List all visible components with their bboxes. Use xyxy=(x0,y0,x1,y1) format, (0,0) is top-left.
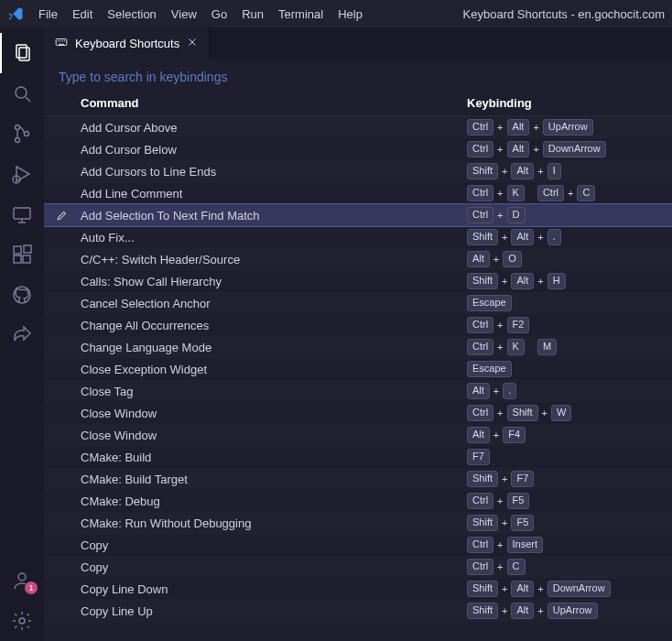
key-cap: Ctrl xyxy=(467,339,493,355)
keybinding-search-row xyxy=(44,60,672,91)
key-cap: . xyxy=(503,383,516,399)
edit-keybinding-icon[interactable] xyxy=(44,209,81,222)
activity-source-control-icon[interactable] xyxy=(0,114,44,154)
key-cap: I xyxy=(547,163,561,179)
key-cap: Escape xyxy=(467,295,512,311)
keybinding-row[interactable]: Calls: Show Call HierarchyShift+Alt+H xyxy=(44,270,672,292)
activity-settings-icon[interactable] xyxy=(0,601,44,641)
activity-extensions-icon[interactable] xyxy=(0,234,44,275)
activity-run-debug-icon[interactable] xyxy=(0,154,44,194)
keybinding-row[interactable]: CMake: Build TargetShift+F7 xyxy=(44,468,672,490)
keybinding-cell: Shift+F7 xyxy=(467,471,672,487)
activity-search-icon[interactable] xyxy=(0,73,44,114)
keybinding-row[interactable]: Close TagAlt+. xyxy=(44,380,672,402)
key-cap: Shift xyxy=(467,471,498,487)
key-cap: Shift xyxy=(467,229,498,245)
svg-rect-13 xyxy=(14,255,21,263)
menu-terminal[interactable]: Terminal xyxy=(271,4,331,25)
keybinding-cell: Shift+Alt+I xyxy=(467,163,672,179)
keybinding-row[interactable]: CMake: DebugCtrl+F5 xyxy=(44,490,672,512)
activity-github-icon[interactable] xyxy=(0,275,44,315)
keybinding-cell: Ctrl+D xyxy=(467,207,672,223)
key-cap: Ctrl xyxy=(537,185,564,201)
close-icon[interactable] xyxy=(187,37,198,50)
keybinding-search-input[interactable] xyxy=(57,69,659,85)
keybinding-row[interactable]: CMake: Run Without DebuggingShift+F5 xyxy=(44,512,672,534)
keybinding-row[interactable]: Auto Fix...Shift+Alt+. xyxy=(44,226,672,248)
window-title: Keyboard Shortcuts - en.gochocit.com xyxy=(463,7,665,21)
keybinding-cell: Ctrl+F2 xyxy=(467,317,672,333)
keybinding-row[interactable]: Change Language ModeCtrl+KM xyxy=(44,336,672,358)
keybinding-cell: Ctrl+C xyxy=(467,559,672,575)
svg-rect-15 xyxy=(24,245,31,253)
svg-rect-1 xyxy=(19,48,29,60)
keybinding-cell: Ctrl+F5 xyxy=(467,493,672,509)
activity-accounts-icon[interactable]: 1 xyxy=(0,560,44,601)
menu-view[interactable]: View xyxy=(164,4,204,25)
activity-remote-icon[interactable] xyxy=(0,194,44,234)
keybinding-cell: Shift+Alt+H xyxy=(467,273,672,289)
menu-file[interactable]: File xyxy=(31,4,65,25)
keybinding-row[interactable]: Add Cursors to Line EndsShift+Alt+I xyxy=(44,160,672,182)
key-cap: UpArrow xyxy=(543,119,593,136)
key-cap: F7 xyxy=(467,449,490,465)
key-cap: D xyxy=(507,207,526,223)
keybinding-row[interactable]: Add Line CommentCtrl+KCtrl+C xyxy=(44,182,672,204)
key-cap: K xyxy=(507,185,525,201)
keybinding-row[interactable]: Close WindowCtrl+Shift+W xyxy=(44,402,672,424)
activity-explorer-icon[interactable] xyxy=(0,33,44,73)
svg-point-4 xyxy=(16,125,20,130)
svg-point-18 xyxy=(19,618,25,624)
command-cell: CMake: Build Target xyxy=(81,473,467,486)
menu-edit[interactable]: Edit xyxy=(65,4,100,25)
key-cap: W xyxy=(551,405,571,421)
menu-go[interactable]: Go xyxy=(204,4,234,25)
keybinding-row[interactable]: Add Selection To Next Find MatchCtrl+D xyxy=(44,204,672,226)
svg-point-24 xyxy=(64,41,65,42)
keybinding-row[interactable]: Change All OccurrencesCtrl+F2 xyxy=(44,314,672,336)
command-cell: Add Line Comment xyxy=(81,187,467,201)
command-cell: Auto Fix... xyxy=(81,231,467,244)
keybinding-cell: Ctrl+KM xyxy=(467,339,672,355)
menu-run[interactable]: Run xyxy=(234,4,271,25)
keybinding-row[interactable]: Close Exception WidgetEscape xyxy=(44,358,672,380)
key-cap: Shift xyxy=(467,603,498,619)
key-cap: F5 xyxy=(511,515,534,531)
tab-label: Keyboard Shortcuts xyxy=(75,37,179,50)
keybinding-row[interactable]: Cancel Selection AnchorEscape xyxy=(44,292,672,314)
command-cell: Copy xyxy=(81,560,467,574)
key-cap: Ctrl xyxy=(467,185,493,201)
tab-keyboard-shortcuts[interactable]: Keyboard Shortcuts xyxy=(44,27,210,60)
svg-point-23 xyxy=(62,41,63,42)
key-cap: Alt xyxy=(511,163,534,179)
keybinding-row[interactable]: CopyCtrl+Insert xyxy=(44,534,672,556)
key-cap: K xyxy=(507,339,525,355)
vscode-logo-icon xyxy=(7,5,24,22)
svg-rect-0 xyxy=(16,45,27,58)
keybinding-row[interactable]: CMake: BuildF7 xyxy=(44,446,672,468)
svg-point-2 xyxy=(16,87,27,98)
key-cap: C xyxy=(577,185,595,201)
keybinding-row[interactable]: CopyCtrl+C xyxy=(44,556,672,578)
keybinding-row[interactable]: Copy Line DownShift+Alt+DownArrow xyxy=(44,578,672,600)
svg-point-5 xyxy=(16,138,20,143)
column-keybinding-header[interactable]: Keybinding xyxy=(467,96,672,110)
activity-share-icon[interactable] xyxy=(0,315,44,355)
menu-help[interactable]: Help xyxy=(331,4,370,25)
keybinding-cell: Escape xyxy=(467,295,672,311)
key-cap: M xyxy=(537,339,557,355)
menu-selection[interactable]: Selection xyxy=(100,4,163,25)
column-command-header[interactable]: Command xyxy=(81,96,467,110)
keybinding-row[interactable]: Close WindowAlt+F4 xyxy=(44,424,672,446)
key-cap: Alt xyxy=(467,383,490,399)
keybinding-row[interactable]: Add Cursor BelowCtrl+Alt+DownArrow xyxy=(44,138,672,160)
key-cap: Ctrl xyxy=(467,317,493,333)
keybinding-row[interactable]: C/C++: Switch Header/SourceAlt+O xyxy=(44,248,672,270)
keyboard-icon xyxy=(55,36,68,51)
keybinding-cell: Shift+Alt+UpArrow xyxy=(467,603,672,619)
keybinding-cell: Alt+O xyxy=(467,251,672,267)
keybinding-row[interactable]: Copy Line UpShift+Alt+UpArrow xyxy=(44,600,672,622)
key-cap: Alt xyxy=(507,119,530,136)
command-cell: Add Cursor Below xyxy=(81,143,467,157)
keybinding-row[interactable]: Add Cursor AboveCtrl+Alt+UpArrow xyxy=(44,116,672,138)
